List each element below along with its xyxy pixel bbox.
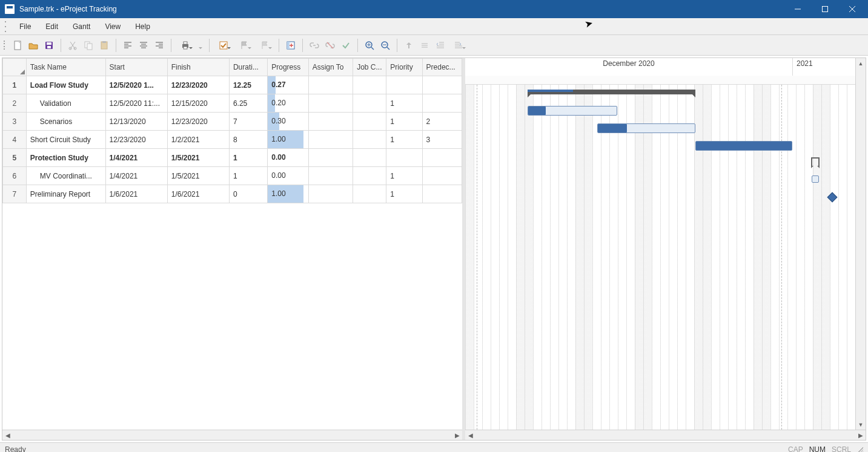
cell-progress[interactable]: 0.30 — [268, 113, 308, 131]
move-down-button[interactable] — [417, 38, 432, 53]
cell-progress[interactable]: 0.20 — [268, 94, 308, 113]
cell-assign[interactable] — [308, 113, 353, 131]
cell-task-name[interactable]: Short Circuit Study — [26, 131, 105, 149]
row-number[interactable]: 7 — [3, 185, 27, 203]
scroll-left-icon[interactable]: ◀ — [2, 430, 13, 441]
left-hscroll[interactable]: ◀ ▶ — [2, 430, 462, 440]
col-assign-to[interactable]: Assign To — [308, 59, 353, 76]
move-up-button[interactable] — [402, 38, 416, 53]
cell-finish[interactable]: 1/5/2021 — [167, 149, 229, 167]
cell-progress[interactable]: 0.00 — [268, 149, 308, 167]
cell-pred[interactable] — [422, 185, 462, 203]
zoom-out-button[interactable] — [378, 38, 393, 53]
cell-task-name[interactable]: Validation — [26, 94, 105, 113]
cell-task-name[interactable]: Protection Study — [26, 149, 105, 167]
unlink-button[interactable] — [323, 38, 337, 53]
cell-progress[interactable]: 0.27 — [268, 76, 308, 94]
cell-start[interactable]: 12/5/2020 1... — [105, 76, 167, 94]
cell-progress[interactable]: 1.00 — [268, 131, 308, 149]
col-start[interactable]: Start — [105, 59, 167, 76]
flag2-dropdown[interactable] — [255, 38, 274, 53]
cell-pred[interactable]: 3 — [422, 131, 462, 149]
row-number[interactable]: 4 — [3, 131, 27, 149]
cell-finish[interactable]: 12/23/2020 — [167, 113, 229, 131]
cell-prio[interactable] — [386, 149, 422, 167]
cell-dur[interactable]: 0 — [229, 185, 267, 203]
cell-dur[interactable]: 12.25 — [229, 76, 267, 94]
cell-start[interactable]: 12/23/2020 — [105, 131, 167, 149]
row-number[interactable]: 5 — [3, 149, 27, 167]
col-priority[interactable]: Priority — [386, 59, 422, 76]
cell-prio[interactable]: 1 — [386, 185, 422, 203]
cell-job[interactable] — [353, 185, 386, 203]
cell-progress[interactable]: 1.00 — [268, 185, 308, 203]
table-row[interactable]: 5Protection Study1/4/20211/5/202110.00 — [3, 149, 462, 167]
resize-grip-icon[interactable] — [855, 445, 863, 453]
col-finish[interactable]: Finish — [167, 59, 229, 76]
cell-task-name[interactable]: Preliminary Report — [26, 185, 105, 203]
menu-help[interactable]: Help — [128, 20, 157, 33]
cell-assign[interactable] — [308, 167, 353, 185]
copy-button[interactable] — [81, 38, 96, 53]
cell-job[interactable] — [353, 167, 386, 185]
cell-prio[interactable] — [386, 76, 422, 94]
gantt-timeline-header[interactable]: December 2020 2021 — [465, 58, 866, 85]
insert-column-button[interactable] — [283, 38, 298, 53]
gantt-task-6[interactable] — [812, 175, 819, 183]
row-number[interactable]: 3 — [3, 113, 27, 131]
cell-task-name[interactable]: Scenarios — [26, 113, 105, 131]
menu-gantt[interactable]: Gantt — [65, 20, 98, 33]
flag-dropdown[interactable] — [234, 38, 254, 53]
cell-finish[interactable]: 12/15/2020 — [167, 94, 229, 113]
align-left-button[interactable] — [121, 38, 135, 53]
cell-start[interactable]: 1/4/2021 — [105, 167, 167, 185]
indent-button[interactable] — [449, 38, 468, 53]
align-center-button[interactable] — [136, 38, 151, 53]
menu-view[interactable]: View — [98, 20, 128, 33]
table-row[interactable]: 4Short Circuit Study12/23/20201/2/202181… — [3, 131, 462, 149]
scroll-right-icon[interactable]: ▶ — [855, 430, 866, 441]
cell-job[interactable] — [353, 149, 386, 167]
gantt-bar-task-3[interactable] — [597, 123, 695, 133]
cell-task-name[interactable]: Load Flow Study — [26, 76, 105, 94]
cell-start[interactable]: 12/13/2020 — [105, 113, 167, 131]
cell-finish[interactable]: 1/2/2021 — [167, 131, 229, 149]
cell-start[interactable]: 12/5/2020 11:... — [105, 94, 167, 113]
col-predecessors[interactable]: Predec... — [422, 59, 462, 76]
col-duration[interactable]: Durati... — [229, 59, 267, 76]
table-row[interactable]: 2Validation12/5/2020 11:...12/15/20206.2… — [3, 94, 462, 113]
scroll-left-icon[interactable]: ◀ — [465, 430, 475, 441]
row-number[interactable]: 2 — [3, 94, 27, 113]
menu-edit[interactable]: Edit — [38, 20, 65, 33]
toolbar-grip[interactable] — [4, 39, 7, 51]
cell-pred[interactable] — [422, 149, 462, 167]
cell-dur[interactable]: 6.25 — [229, 94, 267, 113]
cell-dur[interactable]: 8 — [229, 131, 267, 149]
cell-progress[interactable]: 0.00 — [268, 167, 308, 185]
accept-button[interactable] — [339, 38, 353, 53]
select-all-header[interactable] — [3, 59, 27, 76]
cell-dur[interactable]: 1 — [229, 167, 267, 185]
outdent-button[interactable] — [433, 38, 448, 53]
gantt-bar-task-2[interactable] — [528, 106, 617, 116]
cell-assign[interactable] — [308, 131, 353, 149]
cut-button[interactable] — [65, 38, 80, 53]
right-hscroll[interactable]: ◀ ▶ — [465, 430, 866, 440]
cell-job[interactable] — [353, 94, 386, 113]
cell-job[interactable] — [353, 76, 386, 94]
dropdown-button[interactable] — [196, 38, 205, 53]
cell-assign[interactable] — [308, 94, 353, 113]
cell-assign[interactable] — [308, 185, 353, 203]
cell-finish[interactable]: 1/5/2021 — [167, 167, 229, 185]
table-row[interactable]: 1Load Flow Study12/5/2020 1...12/23/2020… — [3, 76, 462, 94]
cell-dur[interactable]: 7 — [229, 113, 267, 131]
cell-task-name[interactable]: MV Coordinati... — [26, 167, 105, 185]
scroll-down-icon[interactable]: ▼ — [856, 419, 866, 430]
cell-start[interactable]: 1/4/2021 — [105, 149, 167, 167]
cell-assign[interactable] — [308, 149, 353, 167]
cell-assign[interactable] — [308, 76, 353, 94]
align-right-button[interactable] — [152, 38, 167, 53]
scroll-right-icon[interactable]: ▶ — [452, 430, 462, 441]
row-number[interactable]: 1 — [3, 76, 27, 94]
col-progress[interactable]: Progress — [268, 59, 308, 76]
